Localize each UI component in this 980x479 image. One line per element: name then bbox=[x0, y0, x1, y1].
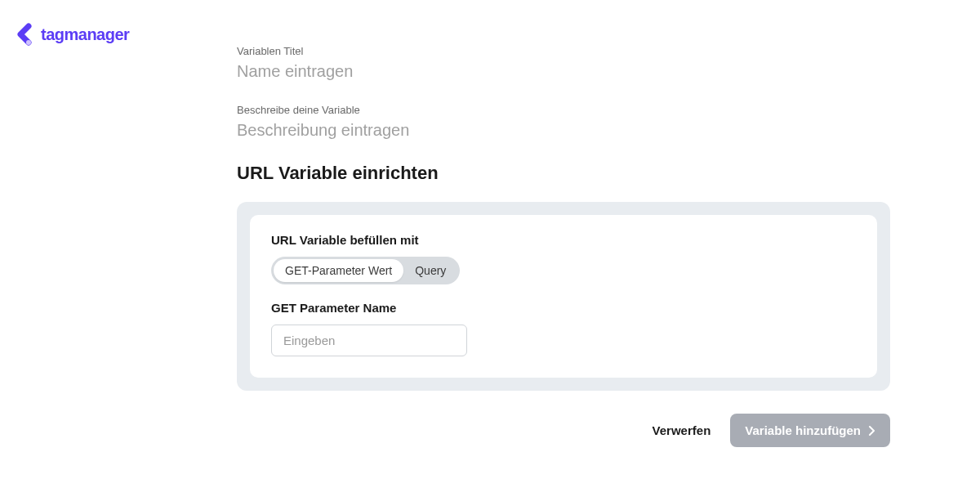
add-variable-label: Variable hinzufügen bbox=[745, 423, 861, 437]
fill-with-label: URL Variable befüllen mit bbox=[271, 233, 856, 247]
fill-mode-toggle: GET-Parameter Wert Query bbox=[271, 257, 460, 284]
section-title: URL Variable einrichten bbox=[237, 163, 890, 184]
svg-point-0 bbox=[26, 40, 31, 45]
logo-text: tagmanager bbox=[41, 25, 129, 44]
title-label: Variablen Titel bbox=[237, 45, 890, 57]
discard-button[interactable]: Verwerfen bbox=[653, 423, 711, 437]
param-name-label: GET Parameter Name bbox=[271, 301, 856, 315]
chevron-right-icon bbox=[869, 426, 875, 436]
title-input[interactable]: Name eintragen bbox=[237, 62, 890, 81]
config-card: URL Variable befüllen mit GET-Parameter … bbox=[250, 215, 877, 378]
pill-query[interactable]: Query bbox=[403, 259, 457, 282]
variable-form: Variablen Titel Name eintragen Beschreib… bbox=[237, 45, 890, 447]
description-label: Beschreibe deine Variable bbox=[237, 104, 890, 116]
description-input[interactable]: Beschreibung eintragen bbox=[237, 121, 890, 140]
pill-get-parameter[interactable]: GET-Parameter Wert bbox=[274, 259, 403, 282]
add-variable-button[interactable]: Variable hinzufügen bbox=[730, 414, 890, 447]
form-actions: Verwerfen Variable hinzufügen bbox=[237, 414, 890, 447]
app-logo: tagmanager bbox=[13, 23, 129, 46]
config-card-outer: URL Variable befüllen mit GET-Parameter … bbox=[237, 202, 890, 391]
logo-icon bbox=[13, 23, 36, 46]
param-name-input[interactable] bbox=[271, 325, 467, 356]
